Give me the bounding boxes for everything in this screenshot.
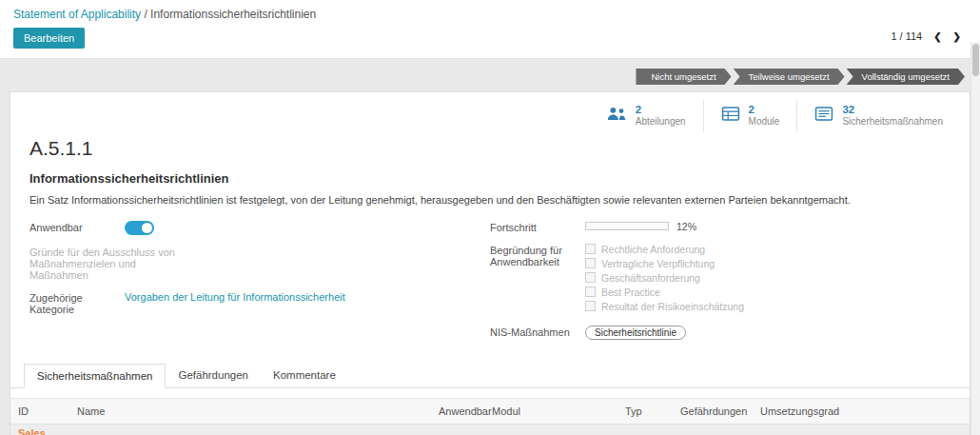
control-description: Ein Satz Informationssicherheitsrichtlin… [10, 186, 970, 206]
stat-item[interactable]: 2Abteilungen [589, 100, 703, 131]
checkbox[interactable] [585, 301, 596, 311]
begruendung-option: Rechtliche Anforderung [585, 244, 744, 255]
control-title: Informationssicherheitsrichtlinien [10, 160, 970, 186]
topbar: Statement of Applicability / Information… [0, 0, 980, 59]
stat-item[interactable]: 32Sicherheitsmaßnahmen [796, 100, 960, 131]
group-label: Sales [10, 424, 970, 435]
column-header: Anwendbar [431, 398, 484, 424]
tab-kommentare[interactable]: Kommentare [261, 364, 348, 388]
checkbox-label: Best Practice [601, 287, 660, 298]
column-header: Typ [617, 398, 673, 424]
stat-value: 2 [636, 103, 686, 116]
progress-track [585, 222, 669, 230]
column-header: Modul [484, 398, 617, 424]
pagination: 1 / 114 ❮ ❯ [891, 30, 961, 42]
edit-button[interactable]: Bearbeiten [13, 28, 85, 49]
stats-row: 2Abteilungen2Module32Sicherheitsmaßnahme… [10, 92, 970, 135]
column-header: Name [69, 398, 431, 424]
checkbox-label: Geschäftsanforderung [601, 272, 700, 284]
checkbox-label: Rechtliche Anforderung [601, 244, 705, 255]
checkbox[interactable] [585, 258, 596, 268]
tab-sicherheitsmaßnahmen[interactable]: Sicherheitsmaßnahmen [24, 364, 166, 388]
vertical-scrollbar[interactable] [970, 42, 980, 435]
people-icon [606, 107, 627, 125]
fortschritt-progress: 12% [585, 221, 696, 232]
stat-label: Abteilungen [636, 116, 686, 129]
page-indicator: 1 / 114 [891, 30, 922, 42]
checkbox-label: Resultat der Risikoeinschätzung [601, 301, 744, 312]
status-stepper: Nicht umgesetztTeilweise umgesetztVollst… [0, 59, 980, 91]
column-header [895, 398, 970, 424]
column-header: ID [10, 398, 69, 424]
checkbox-label: Vertragliche Verpflichtung [601, 258, 715, 269]
kategorie-label: Zugehörige Kategorie [29, 291, 125, 315]
fortschritt-label: Fortschritt [490, 221, 585, 233]
breadcrumb-parent-link[interactable]: Statement of Applicability [13, 8, 141, 21]
anwendbar-label: Anwendbar [29, 221, 125, 233]
breadcrumb-current: Informationssicherheitsrichtlinien [150, 8, 316, 21]
nis-chip: Sicherheitsrichtlinie [585, 326, 686, 340]
begruendung-option: Best Practice [585, 287, 744, 298]
prev-page-button[interactable]: ❮ [933, 31, 941, 42]
begruendung-option: Geschäftsanforderung [585, 272, 744, 284]
status-step: Nicht umgesetzt [636, 69, 731, 85]
stat-item[interactable]: 2Module [703, 100, 797, 131]
measures-table-wrap: IDNameAnwendbarModulTypGefährdungenUmset… [10, 398, 970, 435]
checkbox[interactable] [585, 272, 596, 283]
module-icon [721, 107, 740, 125]
begruendung-option: Vertragliche Verpflichtung [585, 258, 744, 269]
checkbox[interactable] [585, 287, 596, 297]
anwendbar-toggle[interactable] [125, 221, 154, 235]
progress-value: 12% [676, 221, 696, 232]
status-step: Teilweise umgesetzt [734, 69, 845, 85]
checkbox[interactable] [585, 244, 596, 254]
main-card: 2Abteilungen2Module32Sicherheitsmaßnahme… [10, 91, 970, 435]
kategorie-link[interactable]: Vorgaben der Leitung für Informationssic… [125, 291, 345, 303]
ausschluss-label: Gründe für den Ausschluss von Maßnahmenz… [29, 246, 182, 281]
scrollbar-thumb[interactable] [972, 44, 979, 76]
stat-value: 32 [842, 103, 943, 116]
tab-bar: SicherheitsmaßnahmenGefährdungenKommenta… [10, 364, 970, 388]
begruendung-options: Rechtliche AnforderungVertragliche Verpf… [585, 244, 744, 315]
table-body: Sales ISMS.1.A1 Übernahme der Gesamtvera… [10, 424, 970, 435]
stat-value: 2 [749, 103, 780, 116]
status-step: Vollständig umgesetzt [847, 69, 965, 85]
column-header: Gefährdungen [673, 398, 753, 424]
tab-gefährdungen[interactable]: Gefährdungen [166, 364, 261, 388]
form-right-column: Fortschritt 12% Begründung für Anwendbar… [490, 221, 951, 350]
nis-label: NIS-Maßnahmen [490, 326, 585, 338]
toggle-knob [142, 223, 152, 233]
breadcrumb: Statement of Applicability / Information… [13, 8, 967, 21]
group-row: Sales [10, 424, 970, 435]
table-header-row: IDNameAnwendbarModulTypGefährdungenUmset… [10, 398, 970, 424]
begruendung-label: Begründung für Anwendbarkeit [490, 244, 585, 267]
control-code-heading: A.5.1.1 [10, 135, 970, 160]
form-left-column: Anwendbar Gründe für den Ausschluss von … [29, 221, 490, 350]
column-header: Umsetzungsgrad [753, 398, 895, 424]
breadcrumb-separator: / [144, 8, 147, 21]
begruendung-option: Resultat der Risikoeinschätzung [585, 301, 744, 312]
form-area: Anwendbar Gründe für den Ausschluss von … [10, 206, 970, 354]
measures-table: IDNameAnwendbarModulTypGefährdungenUmset… [10, 398, 970, 435]
next-page-button[interactable]: ❯ [953, 31, 961, 42]
measures-icon [814, 107, 833, 125]
stat-label: Sicherheitsmaßnahmen [842, 116, 943, 129]
stat-label: Module [749, 116, 780, 129]
